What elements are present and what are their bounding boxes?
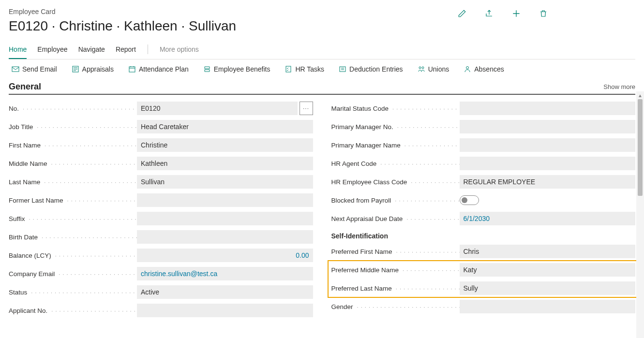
cmd-employee-benefits[interactable]: Employee Benefits (203, 65, 270, 73)
field-input[interactable] (460, 281, 636, 295)
field-input[interactable] (137, 102, 298, 115)
field-row: Balance (LCY) (9, 249, 313, 262)
field-row: Blocked from Payroll (331, 193, 636, 207)
form-column-right: Marital Status CodePrimary Manager No.Pr… (331, 102, 636, 317)
scroll-thumb[interactable] (638, 99, 643, 196)
field-input[interactable] (137, 267, 313, 280)
field-input[interactable] (137, 230, 313, 244)
field-input[interactable] (460, 120, 636, 133)
field-row: Preferred Last Name (331, 281, 636, 295)
cmd-hr-tasks[interactable]: HR Tasks (285, 65, 324, 73)
field-label: HR Employee Class Code (331, 178, 460, 186)
field-row: Marital Status Code (331, 102, 636, 115)
cmd-label: Appraisals (82, 65, 114, 73)
field-row: Last Name (9, 175, 313, 189)
field-input[interactable] (137, 249, 313, 262)
cmd-label: HR Tasks (295, 65, 324, 73)
svg-point-7 (466, 67, 469, 69)
field-row: Preferred First Name (331, 245, 636, 258)
field-label: Birth Date (9, 234, 137, 241)
mail-icon (12, 65, 19, 73)
field-input[interactable] (460, 102, 636, 115)
field-label: Last Name (9, 178, 137, 186)
scroll-up-arrow[interactable]: ▲ (636, 91, 644, 99)
field-input[interactable] (137, 157, 313, 170)
field-row: Suffix (9, 212, 313, 225)
field-label: Middle Name (9, 160, 137, 167)
svg-rect-2 (129, 67, 135, 72)
field-input[interactable] (460, 175, 636, 189)
field-input[interactable] (137, 138, 313, 152)
deduction-icon (339, 65, 346, 73)
assist-button[interactable]: ··· (300, 102, 313, 115)
tab-more-options[interactable]: More options (160, 43, 199, 59)
field-input[interactable] (137, 212, 313, 225)
field-label: Next Appraisal Due Date (331, 215, 460, 222)
field-row: Primary Manager No. (331, 120, 636, 133)
cmd-absences[interactable]: Absences (464, 65, 504, 73)
edit-icon[interactable] (457, 9, 467, 18)
field-label: Preferred First Name (331, 248, 460, 255)
cmd-send-email[interactable]: Send Email (12, 65, 57, 73)
show-more-link[interactable]: Show more (603, 83, 635, 90)
svg-point-6 (422, 67, 424, 69)
field-row: Former Last Name (9, 193, 313, 207)
field-label: Marital Status Code (331, 105, 460, 112)
field-row: Status (9, 285, 313, 299)
cmd-appraisals[interactable]: Appraisals (72, 65, 114, 73)
form-column-left: No.···Job TitleFirst NameMiddle NameLast… (9, 102, 313, 317)
field-label: First Name (9, 142, 137, 149)
field-row: HR Agent Code (331, 157, 636, 170)
field-row: No.··· (9, 102, 313, 115)
field-row: Company Email (9, 267, 313, 280)
cmd-label: Attendance Plan (139, 65, 189, 73)
page-title: E0120 · Christine · Kathleen · Sullivan (9, 18, 236, 34)
section-general-title[interactable]: General (9, 82, 41, 92)
tab-employee[interactable]: Employee (37, 43, 67, 59)
field-row: Job Title (9, 120, 313, 133)
field-row: Gender (331, 300, 636, 313)
field-input[interactable] (137, 175, 313, 189)
field-input[interactable] (460, 263, 636, 277)
list-icon (72, 65, 79, 73)
field-input[interactable] (137, 304, 313, 317)
field-label: HR Agent Code (331, 160, 460, 167)
field-label: Preferred Middle Name (331, 266, 460, 274)
tab-home[interactable]: Home (9, 43, 27, 59)
field-input[interactable] (137, 285, 313, 299)
svg-rect-3 (286, 66, 291, 72)
new-icon[interactable] (511, 9, 521, 18)
field-input[interactable] (137, 120, 313, 133)
field-label: Gender (331, 303, 460, 310)
cmd-unions[interactable]: Unions (418, 65, 449, 73)
cmd-attendance-plan[interactable]: Attendance Plan (128, 65, 189, 73)
delete-icon[interactable] (539, 9, 548, 18)
field-label: Status (9, 289, 137, 296)
command-bar: Send Email Appraisals Attendance Plan Em… (9, 59, 635, 79)
share-icon[interactable] (484, 9, 494, 18)
field-label: No. (9, 105, 137, 112)
cmd-label: Employee Benefits (214, 65, 270, 73)
field-input[interactable] (460, 300, 636, 313)
cmd-deduction-entries[interactable]: Deduction Entries (339, 65, 403, 73)
toggle-blocked-payroll[interactable] (460, 195, 479, 205)
svg-rect-4 (340, 67, 345, 72)
field-input[interactable] (460, 245, 636, 258)
cmd-label: Deduction Entries (349, 65, 403, 73)
field-label: Suffix (9, 215, 137, 222)
tab-navigate[interactable]: Navigate (78, 43, 105, 59)
people-icon (418, 65, 425, 73)
field-label: Preferred Last Name (331, 285, 460, 292)
field-input[interactable] (137, 193, 313, 207)
field-row: Preferred Middle Name (331, 263, 636, 277)
field-input[interactable] (460, 157, 636, 170)
cmd-label: Send Email (22, 65, 57, 73)
field-row: HR Employee Class Code (331, 175, 636, 189)
cmd-label: Unions (428, 65, 449, 73)
field-input[interactable] (460, 138, 636, 152)
field-input[interactable] (460, 212, 636, 225)
benefits-icon (203, 65, 211, 73)
scrollbar[interactable]: ▲ (636, 91, 644, 338)
tab-report[interactable]: Report (116, 43, 136, 59)
calendar-icon (128, 65, 136, 73)
